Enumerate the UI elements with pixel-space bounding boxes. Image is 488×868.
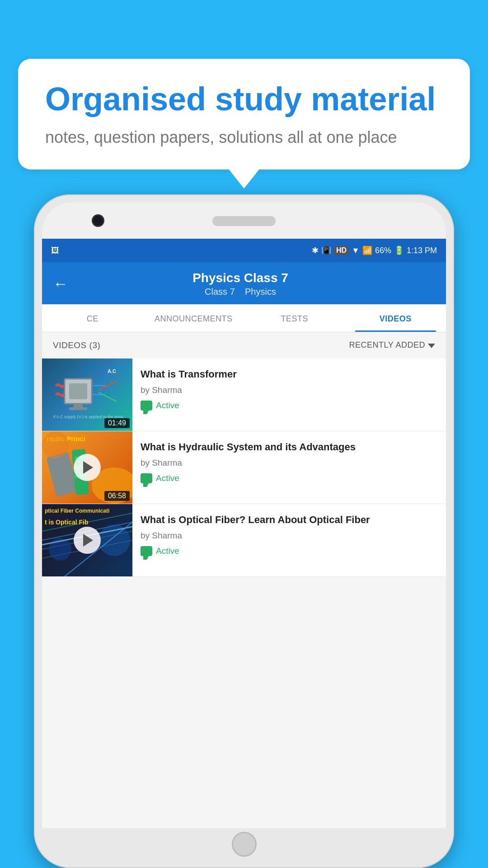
header-breadcrumb: Class 7 Physics [77, 287, 404, 297]
tab-tests[interactable]: TESTS [244, 304, 345, 332]
breadcrumb-class: Class 7 [205, 287, 235, 297]
play-triangle-3 [83, 534, 93, 547]
video-duration-2: 06:58 [104, 491, 130, 501]
image-icon: 🖼 [51, 246, 59, 255]
status-right: ✱ 📳 HD ▼ 📶 66% 🔋 1:13 PM [312, 245, 437, 255]
sort-label: RECENTLY ADDED [349, 340, 425, 350]
bluetooth-icon: ✱ [312, 245, 319, 255]
thumb-bg-optical: ptical Fiber Communicati t is Optical Fi… [42, 504, 132, 576]
phone-screen: 🖼 ✱ 📳 HD ▼ 📶 66% 🔋 1:13 PM ← [42, 239, 446, 828]
video-item-2[interactable]: raulic Princi [42, 431, 446, 504]
phone-inner: 🖼 ✱ 📳 HD ▼ 📶 66% 🔋 1:13 PM ← [42, 203, 446, 860]
battery-percent: 66% [375, 246, 391, 255]
video-thumb-1: A.C if A.C supply (V:) is applied to the… [42, 359, 132, 431]
play-button-3[interactable] [74, 527, 101, 554]
tab-videos[interactable]: VIDEOS [345, 304, 446, 332]
svg-rect-9 [74, 404, 83, 407]
status-bar: 🖼 ✱ 📳 HD ▼ 📶 66% 🔋 1:13 PM [42, 239, 446, 262]
video-status-3: Active [141, 546, 438, 556]
video-author-3: by Sharma [141, 531, 438, 541]
phone-home-button-area [42, 828, 446, 860]
video-list: A.C if A.C supply (V:) is applied to the… [42, 359, 446, 577]
play-triangle-2 [83, 461, 93, 474]
speech-bubble-container: Organised study material notes, question… [18, 59, 470, 170]
bubble-subtitle: notes, question papers, solutions all at… [45, 126, 443, 149]
tab-announcements[interactable]: ANNOUNCEMENTS [143, 304, 244, 332]
filter-bar: VIDEOS (3) RECENTLY ADDED [42, 332, 446, 359]
back-button[interactable]: ← [53, 275, 68, 292]
tab-ce[interactable]: CE [42, 304, 143, 332]
phone-outer: 🖼 ✱ 📳 HD ▼ 📶 66% 🔋 1:13 PM ← [34, 194, 454, 868]
header-title-block: Physics Class 7 Class 7 Physics [77, 270, 404, 297]
svg-rect-1 [69, 383, 87, 399]
phone-mockup: 🖼 ✱ 📳 HD ▼ 📶 66% 🔋 1:13 PM ← [34, 194, 454, 868]
videos-count: VIDEOS (3) [53, 340, 100, 350]
chat-icon-2 [141, 473, 152, 483]
video-item-3[interactable]: ptical Fiber Communicati t is Optical Fi… [42, 504, 446, 577]
phone-camera [92, 214, 104, 227]
video-info-3: What is Optical Fiber? Learn About Optic… [132, 504, 446, 576]
video-duration-1: 01:49 [104, 418, 130, 428]
phone-top-bar [42, 203, 446, 239]
speech-bubble: Organised study material notes, question… [18, 59, 470, 170]
wifi-icon: ▼ [352, 246, 360, 255]
video-author-1: by Sharma [141, 385, 438, 395]
video-thumb-2: raulic Princi [42, 431, 132, 504]
svg-point-23 [99, 524, 130, 556]
video-status-2: Active [141, 473, 438, 483]
video-title-3: What is Optical Fiber? Learn About Optic… [141, 513, 438, 527]
status-label-3: Active [156, 546, 179, 556]
breadcrumb-sep [237, 287, 245, 297]
status-label-2: Active [156, 473, 179, 483]
home-button[interactable] [232, 832, 257, 857]
sort-dropdown[interactable]: RECENTLY ADDED [349, 340, 435, 350]
time-display: 1:13 PM [407, 246, 437, 255]
bubble-title: Organised study material [45, 81, 443, 117]
video-info-1: What is Transformer by Sharma Active [132, 359, 446, 431]
svg-point-18 [42, 431, 69, 458]
chevron-down-icon [428, 344, 435, 348]
phone-speaker [212, 216, 276, 226]
tabs-bar: CE ANNOUNCEMENTS TESTS VIDEOS [42, 304, 446, 332]
video-title-1: What is Transformer [141, 368, 438, 381]
optical-text-2: t is Optical Fib [45, 519, 88, 526]
header-title: Physics Class 7 [77, 270, 404, 286]
video-item-1[interactable]: A.C if A.C supply (V:) is applied to the… [42, 359, 446, 431]
chat-icon-3 [141, 546, 152, 556]
breadcrumb-subject: Physics [245, 287, 276, 297]
svg-text:A.C: A.C [108, 368, 116, 374]
svg-line-7 [99, 392, 117, 401]
status-label-1: Active [156, 401, 179, 410]
hd-badge: HD [334, 246, 349, 255]
svg-rect-10 [69, 407, 87, 410]
status-left-icons: 🖼 [51, 246, 59, 255]
vibrate-icon: 📳 [321, 245, 331, 255]
signal-icon: 📶 [362, 245, 372, 255]
video-author-2: by Sharma [141, 458, 438, 468]
video-thumb-3: ptical Fiber Communicati t is Optical Fi… [42, 504, 132, 576]
video-info-2: What is Hydraulic System and its Advanta… [132, 431, 446, 504]
video-title-2: What is Hydraulic System and its Advanta… [141, 440, 438, 454]
optical-text-1: ptical Fiber Communicati [45, 508, 109, 514]
video-status-1: Active [141, 401, 438, 410]
play-button-2[interactable] [74, 454, 101, 481]
battery-icon: 🔋 [394, 245, 404, 255]
app-header: ← Physics Class 7 Class 7 Physics [42, 262, 446, 304]
chat-icon-1 [141, 401, 152, 410]
transformer-svg: A.C if A.C supply (V:) is applied to the… [51, 368, 123, 422]
